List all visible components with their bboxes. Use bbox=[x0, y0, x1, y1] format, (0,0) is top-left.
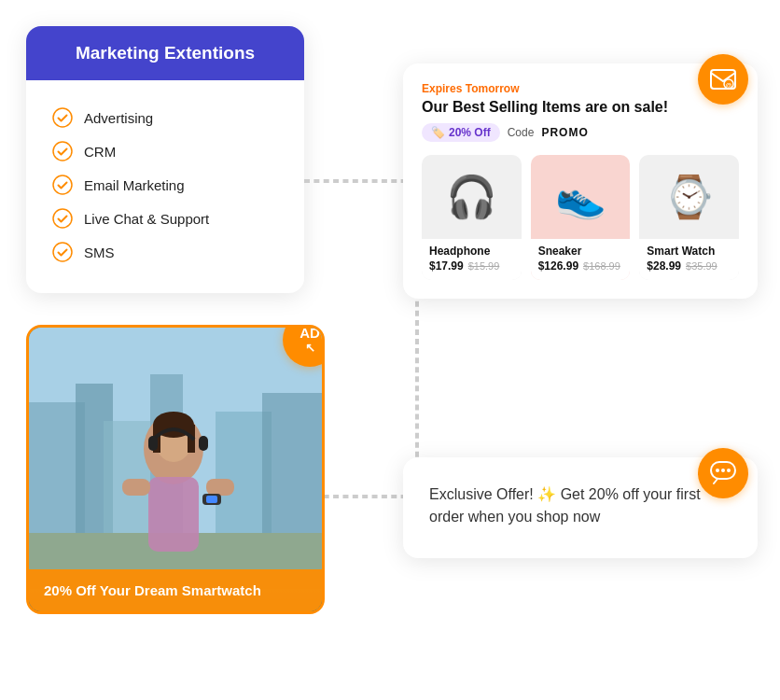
svg-point-3 bbox=[53, 209, 72, 228]
svg-rect-23 bbox=[206, 479, 234, 496]
svg-point-1 bbox=[53, 142, 72, 161]
menu-item-advertising[interactable]: Advertising bbox=[52, 101, 278, 134]
product-headphone-prices: $17.99 $15.99 bbox=[429, 259, 514, 273]
check-icon-advertising bbox=[52, 107, 73, 128]
ad-badge-text: AD bbox=[299, 325, 320, 341]
svg-rect-24 bbox=[148, 436, 158, 451]
menu-item-live-chat[interactable]: Live Chat & Support bbox=[52, 202, 278, 235]
product-sneaker-name: Sneaker bbox=[538, 245, 623, 258]
ad-badge: AD ↖ bbox=[283, 325, 325, 367]
tag-icon: 🏷️ bbox=[431, 126, 445, 139]
svg-point-30 bbox=[721, 469, 725, 472]
product-headphone-name: Headphone bbox=[429, 245, 514, 258]
svg-point-4 bbox=[53, 243, 72, 261]
chat-offer-text: Exclusive Offer! ✨ Get 20% off your firs… bbox=[429, 483, 731, 528]
expires-label: Expires bbox=[422, 82, 462, 95]
email-bubble-icon: @ bbox=[698, 54, 748, 105]
discount-badge-text: 20% Off bbox=[449, 126, 491, 139]
product-sneaker-img: 👟 bbox=[531, 155, 631, 239]
expires-value: Tomorrow bbox=[466, 82, 520, 95]
product-smartwatch-img: ⌚ bbox=[639, 155, 739, 239]
products-row: 🎧 Headphone $17.99 $15.99 👟 Sneaker $126… bbox=[422, 155, 739, 280]
headphone-price-new: $17.99 bbox=[429, 259, 464, 273]
svg-rect-27 bbox=[206, 496, 217, 503]
smartwatch-price-old: $35.99 bbox=[686, 260, 717, 272]
svg-rect-21 bbox=[148, 477, 199, 552]
product-smartwatch: ⌚ Smart Watch $28.99 $35.99 bbox=[639, 155, 739, 280]
email-icon-svg: @ bbox=[710, 69, 736, 90]
product-smartwatch-info: Smart Watch $28.99 $35.99 bbox=[639, 239, 739, 280]
email-promo-bar: 🏷️ 20% Off Code PROMO bbox=[422, 123, 739, 142]
svg-text:@: @ bbox=[726, 82, 732, 89]
menu-item-advertising-label: Advertising bbox=[84, 110, 153, 126]
cursor-icon: ↖ bbox=[305, 341, 315, 355]
check-icon-live-chat bbox=[52, 208, 73, 229]
product-headphone: 🎧 Headphone $17.99 $15.99 bbox=[422, 155, 522, 280]
check-icon-email-marketing bbox=[52, 175, 73, 195]
product-sneaker: 👟 Sneaker $126.99 $168.99 bbox=[531, 155, 631, 280]
menu-item-email-marketing-label: Email Marketing bbox=[84, 177, 185, 193]
ad-card: AD ↖ bbox=[26, 325, 325, 614]
svg-point-2 bbox=[53, 175, 72, 194]
product-sneaker-prices: $126.99 $168.99 bbox=[538, 259, 623, 273]
menu-item-sms[interactable]: SMS bbox=[52, 235, 278, 269]
menu-item-sms-label: SMS bbox=[84, 245, 115, 260]
chat-bubble-icon bbox=[698, 448, 748, 498]
menu-item-crm-label: CRM bbox=[84, 144, 116, 160]
marketing-card-header: Marketing Extentions bbox=[26, 26, 304, 80]
connector-line-h1 bbox=[304, 179, 416, 183]
svg-point-0 bbox=[53, 108, 72, 127]
svg-point-31 bbox=[727, 469, 731, 472]
headphone-price-old: $15.99 bbox=[468, 260, 500, 272]
product-smartwatch-name: Smart Watch bbox=[647, 245, 731, 258]
code-label: Code bbox=[508, 126, 535, 139]
svg-rect-25 bbox=[199, 436, 208, 451]
ad-buildings-svg bbox=[29, 328, 325, 589]
check-icon-crm bbox=[52, 141, 73, 161]
menu-item-email-marketing[interactable]: Email Marketing bbox=[52, 168, 278, 202]
ad-overlay-text: 20% Off Your Dream Smartwatch bbox=[29, 569, 322, 611]
ad-overlay-label: 20% Off Your Dream Smartwatch bbox=[44, 582, 261, 598]
product-smartwatch-prices: $28.99 $35.99 bbox=[647, 259, 731, 273]
marketing-card-title: Marketing Extentions bbox=[76, 43, 255, 63]
product-sneaker-info: Sneaker $126.99 $168.99 bbox=[531, 239, 631, 280]
product-headphone-info: Headphone $17.99 $15.99 bbox=[422, 239, 522, 280]
discount-badge: 🏷️ 20% Off bbox=[422, 123, 500, 142]
svg-rect-22 bbox=[122, 479, 150, 496]
sneaker-price-new: $126.99 bbox=[538, 259, 578, 273]
promo-code-value: PROMO bbox=[541, 126, 588, 139]
marketing-extensions-card: Marketing Extentions Advertising CRM Ema bbox=[26, 26, 304, 293]
product-headphone-img: 🎧 bbox=[422, 155, 522, 239]
marketing-card-body: Advertising CRM Email Marketing Live Cha… bbox=[26, 80, 304, 293]
check-icon-sms bbox=[52, 242, 73, 262]
menu-item-crm[interactable]: CRM bbox=[52, 134, 278, 168]
svg-point-29 bbox=[716, 469, 719, 472]
menu-item-live-chat-label: Live Chat & Support bbox=[84, 211, 209, 227]
email-expires: Expires Tomorrow bbox=[422, 82, 739, 95]
chat-icon-svg bbox=[710, 461, 736, 485]
sneaker-price-old: $168.99 bbox=[583, 260, 620, 272]
email-promo-card: Expires Tomorrow Our Best Selling Items … bbox=[403, 63, 758, 299]
email-promo-title: Our Best Selling Items are on sale! bbox=[422, 99, 739, 116]
smartwatch-price-new: $28.99 bbox=[647, 259, 681, 273]
